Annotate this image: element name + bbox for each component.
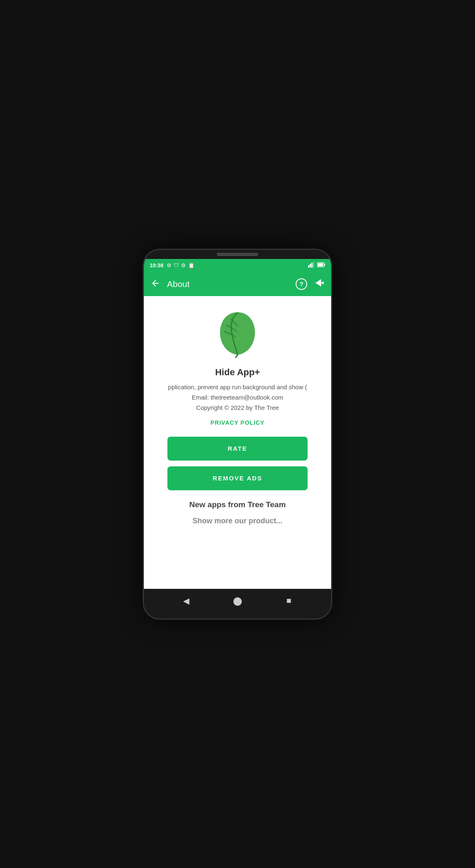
svg-rect-2 — [311, 263, 313, 268]
rate-button[interactable]: RATE — [167, 437, 308, 461]
show-more-text[interactable]: Show more our product... — [193, 517, 282, 525]
status-time: 10:38 — [150, 262, 163, 268]
app-bar: About ? — [144, 272, 331, 296]
svg-rect-0 — [308, 265, 309, 268]
battery-icon — [317, 262, 325, 268]
status-right — [308, 262, 325, 269]
main-content: Hide App+ pplication, prevent app run ba… — [144, 296, 331, 589]
app-name: Hide App+ — [215, 367, 260, 378]
nav-back-button[interactable]: ◀ — [179, 593, 193, 608]
status-bar: 10:38 ⚙ 🛡 ⚙ 📋 — [144, 259, 331, 272]
app-description: pplication, prevent app run background a… — [168, 383, 307, 390]
privacy-policy-link[interactable]: PRIVACY POLICY — [211, 419, 265, 426]
back-button[interactable] — [150, 278, 160, 290]
svg-rect-5 — [325, 264, 325, 266]
signal-icon — [308, 262, 315, 269]
share-button[interactable] — [315, 278, 325, 290]
svg-rect-1 — [310, 264, 311, 268]
app-logo — [215, 308, 260, 360]
bottom-nav: ◀ ⬤ ■ — [144, 589, 331, 613]
remove-ads-button[interactable]: REMOVE ADS — [167, 466, 308, 490]
notch-pill — [217, 253, 258, 256]
svg-rect-6 — [318, 263, 323, 266]
nav-home-button[interactable]: ⬤ — [230, 593, 245, 608]
settings-icon: ⚙ — [167, 262, 172, 268]
bottom-edge — [144, 613, 331, 619]
app-email: Email: thetreeteam@outlook.com — [192, 394, 283, 401]
app-bar-title: About — [167, 279, 289, 289]
app-bar-actions: ? — [296, 278, 325, 290]
section-title: New apps from Tree Team — [189, 500, 286, 509]
status-icons: ⚙ 🛡 ⚙ 📋 — [167, 262, 195, 268]
app-copyright: Copyright © 2022 by The Tree — [196, 404, 279, 411]
clipboard-icon: 📋 — [188, 262, 195, 268]
svg-rect-3 — [313, 262, 314, 268]
phone-shell: 10:38 ⚙ 🛡 ⚙ 📋 — [143, 249, 332, 620]
notch-bar — [144, 250, 331, 259]
dev-icon: ⚙ — [181, 262, 186, 268]
nav-recent-button[interactable]: ■ — [282, 593, 296, 608]
shield-icon: 🛡 — [174, 262, 179, 268]
help-button[interactable]: ? — [296, 278, 307, 290]
status-left: 10:38 ⚙ 🛡 ⚙ 📋 — [150, 262, 195, 268]
